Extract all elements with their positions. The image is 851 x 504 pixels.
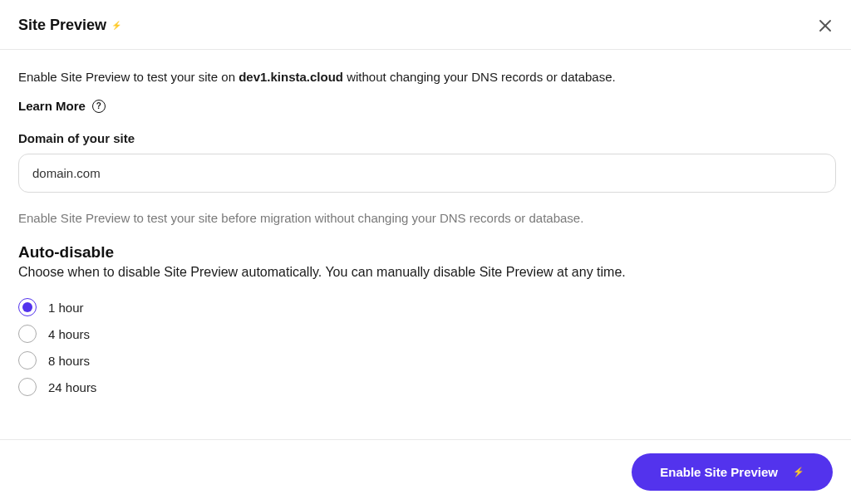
intro-bold: dev1.kinsta.cloud <box>239 70 343 84</box>
radio-label: 4 hours <box>48 327 90 341</box>
radio-icon <box>18 325 37 343</box>
auto-disable-option[interactable]: 8 hours <box>18 351 833 369</box>
modal-content: Enable Site Preview to test your site on… <box>0 50 851 396</box>
intro-suffix: without changing your DNS records or dat… <box>343 70 616 84</box>
auto-disable-option[interactable]: 24 hours <box>18 378 833 396</box>
close-icon[interactable] <box>818 18 833 33</box>
radio-icon <box>18 351 37 369</box>
auto-disable-option[interactable]: 4 hours <box>18 325 833 343</box>
enable-site-preview-button[interactable]: Enable Site Preview ⚡ <box>632 453 833 491</box>
learn-more-link[interactable]: Learn More ? <box>18 99 833 113</box>
intro-prefix: Enable Site Preview to test your site on <box>18 70 239 84</box>
radio-label: 24 hours <box>48 380 96 394</box>
learn-more-label: Learn More <box>18 99 86 113</box>
radio-label: 8 hours <box>48 354 90 368</box>
radio-label: 1 hour <box>48 301 84 315</box>
domain-input[interactable] <box>18 154 836 193</box>
radio-icon <box>18 298 37 316</box>
auto-disable-option[interactable]: 1 hour <box>18 298 833 316</box>
modal-title: Site Preview <box>18 17 106 34</box>
radio-icon <box>18 378 37 396</box>
lightning-icon: ⚡ <box>111 22 121 30</box>
header-title-wrap: Site Preview ⚡ <box>18 17 121 34</box>
helper-text: Enable Site Preview to test your site be… <box>18 211 833 225</box>
domain-field-label: Domain of your site <box>18 131 833 145</box>
modal-header: Site Preview ⚡ <box>0 0 851 50</box>
help-icon: ? <box>92 100 106 113</box>
primary-button-label: Enable Site Preview <box>660 465 778 479</box>
auto-disable-options: 1 hour4 hours8 hours24 hours <box>18 298 833 396</box>
auto-disable-description: Choose when to disable Site Preview auto… <box>18 265 833 280</box>
modal-footer: Enable Site Preview ⚡ <box>0 439 851 504</box>
lightning-icon: ⚡ <box>793 467 804 477</box>
intro-text: Enable Site Preview to test your site on… <box>18 70 833 84</box>
auto-disable-title: Auto-disable <box>18 243 833 262</box>
